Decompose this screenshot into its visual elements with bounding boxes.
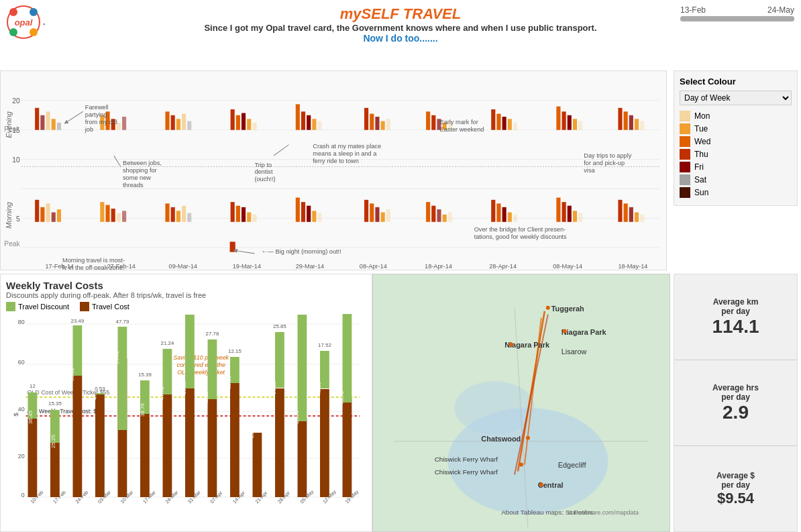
svg-rect-81 — [176, 211, 180, 221]
avg-dollar-label: Average $per day — [716, 471, 755, 490]
svg-text:Crash at my mates place: Crash at my mates place — [313, 142, 381, 150]
svg-text:Lisarow: Lisarow — [562, 348, 587, 356]
svg-text:threads: threads — [123, 181, 144, 189]
svg-rect-101 — [431, 206, 435, 222]
svg-rect-34 — [231, 109, 235, 130]
svg-rect-22 — [52, 119, 56, 129]
svg-rect-48 — [386, 119, 390, 129]
svg-rect-117 — [629, 207, 633, 222]
svg-text:41.12: 41.12 — [341, 314, 353, 315]
svg-text:28-Apr-14: 28-Apr-14 — [489, 262, 517, 270]
svg-rect-44 — [364, 108, 368, 130]
cost-label: Travel Cost — [92, 303, 129, 311]
svg-point-238 — [546, 306, 550, 310]
legend-fri: Fri — [680, 162, 792, 172]
svg-text:Farewell: Farewell — [85, 103, 109, 111]
bar-cost-3 — [95, 394, 105, 497]
morning-label: Morning — [5, 202, 13, 229]
svg-rect-35 — [236, 115, 240, 130]
svg-rect-69 — [35, 200, 39, 222]
svg-rect-75 — [105, 205, 109, 222]
date-end: 24-May — [767, 5, 794, 15]
svg-text:eausoftware.com/mapdata: eausoftware.com/mapdata — [568, 509, 639, 516]
svg-text:50.15: 50.15 — [271, 380, 277, 394]
thu-swatch — [680, 149, 690, 160]
svg-text:15.35: 15.35 — [48, 401, 62, 407]
bar-cost-1 — [50, 443, 60, 497]
bar-discount-8 — [208, 339, 217, 399]
color-select[interactable]: Day of Week — [680, 91, 792, 105]
svg-rect-43 — [317, 121, 321, 130]
bar-cost-10 — [253, 433, 262, 497]
svg-text:52.65: 52.65 — [226, 375, 232, 389]
svg-rect-87 — [247, 212, 251, 221]
svg-text:Chatswood: Chatswood — [481, 435, 521, 443]
legend-wed: Wed — [680, 136, 792, 147]
svg-text:some new: some new — [123, 174, 151, 181]
svg-text:18-Apr-14: 18-Apr-14 — [425, 262, 453, 270]
map-svg: Tuggerah Niagara Park Niagara Park Lisar… — [373, 274, 670, 531]
svg-text:OLD weekly ticket: OLD weekly ticket — [177, 369, 225, 376]
legend-mon: Mon — [680, 111, 792, 121]
bar-cost-14 — [343, 398, 352, 497]
svg-text:60: 60 — [18, 359, 25, 366]
svg-rect-47 — [381, 121, 385, 130]
svg-text:12: 12 — [30, 383, 36, 389]
bar-discount-11 — [275, 332, 284, 388]
svg-point-240 — [509, 342, 513, 346]
svg-rect-99 — [386, 209, 390, 222]
svg-rect-80 — [171, 207, 175, 222]
svg-rect-50 — [431, 115, 435, 130]
discount-label: Travel Discount — [18, 303, 69, 311]
svg-text:Between jobs,: Between jobs, — [123, 159, 162, 166]
svg-rect-114 — [578, 213, 582, 222]
svg-rect-76 — [111, 209, 115, 222]
svg-rect-67 — [635, 119, 639, 129]
mon-swatch — [680, 111, 690, 121]
svg-rect-110 — [556, 198, 560, 222]
wed-label: Wed — [694, 137, 710, 146]
svg-line-139 — [235, 250, 255, 253]
svg-rect-28 — [122, 117, 126, 130]
bar-chart: 80 60 40 20 0 $ OLD Cost of Weekly Ticke… — [6, 314, 366, 509]
svg-rect-45 — [370, 114, 374, 130]
svg-rect-23 — [57, 123, 61, 130]
svg-line-130 — [274, 145, 288, 156]
svg-rect-119 — [640, 215, 644, 222]
svg-rect-108 — [508, 212, 512, 221]
svg-text:36.75: 36.75 — [294, 410, 300, 424]
svg-text:15.39: 15.39 — [138, 372, 152, 378]
date-slider[interactable] — [680, 16, 794, 21]
svg-rect-91 — [307, 206, 311, 222]
svg-text:visa: visa — [584, 166, 595, 174]
bar-chart-svg: 80 60 40 20 0 $ OLD Cost of Weekly Ticke… — [6, 314, 366, 509]
svg-text:17.52: 17.52 — [318, 342, 331, 348]
bar-cost-12 — [298, 418, 307, 497]
main-chart: Evening Morning 20 15 10 5 Peak Peak — [0, 70, 667, 270]
svg-rect-97 — [375, 207, 379, 222]
bar-cost-11 — [275, 388, 284, 497]
svg-text:Avg Weekly Travel Cost: $45: Avg Weekly Travel Cost: $45 — [28, 408, 103, 415]
svg-rect-79 — [165, 203, 169, 221]
main-chart-svg: 20 15 10 5 Peak Peak — [1, 71, 666, 270]
svg-text:←— Big night (morning) out!!: ←— Big night (morning) out!! — [262, 248, 341, 255]
svg-text:Saving $10 per week: Saving $10 per week — [173, 354, 229, 361]
svg-text:25.85: 25.85 — [273, 323, 286, 329]
svg-rect-37 — [247, 119, 251, 129]
svg-rect-74 — [100, 202, 104, 222]
weekly-costs-subtitle: Discounts apply during off-peak. After 8… — [6, 291, 366, 299]
svg-rect-40 — [301, 111, 305, 129]
svg-point-243 — [539, 482, 543, 486]
svg-rect-102 — [437, 209, 441, 222]
wed-swatch — [680, 136, 690, 147]
svg-rect-29 — [165, 111, 169, 129]
svg-text:19-Mar-14: 19-Mar-14 — [233, 262, 262, 270]
date-range: 13-Feb 24-May — [680, 5, 794, 21]
weekly-costs: Weekly Travel Costs Discounts apply duri… — [0, 274, 372, 532]
color-panel-title: Select Colour — [680, 76, 792, 87]
bar-cost-5 — [140, 413, 150, 497]
svg-text:Day trips to apply: Day trips to apply — [584, 152, 631, 159]
tue-label: Tue — [694, 124, 708, 134]
svg-text:5: 5 — [16, 214, 20, 222]
svg-rect-115 — [618, 200, 622, 222]
